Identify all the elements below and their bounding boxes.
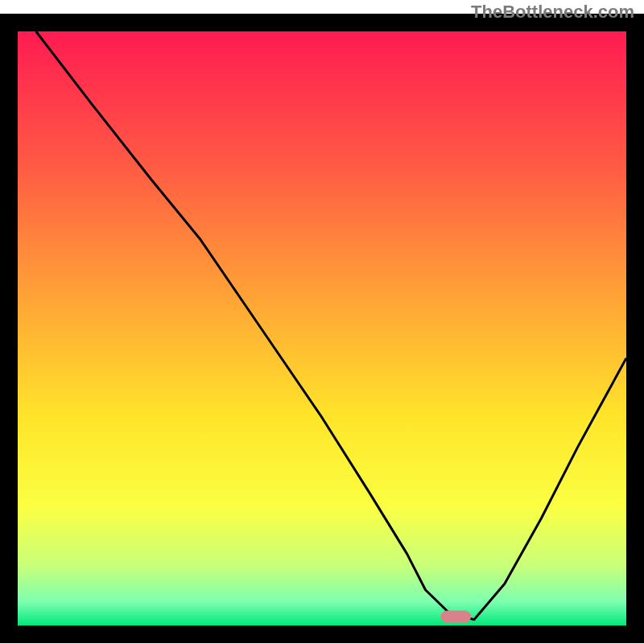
plot-background xyxy=(18,31,626,625)
bottleneck-chart xyxy=(0,0,644,644)
watermark-text: TheBottleneck.com xyxy=(471,2,634,23)
optimum-marker xyxy=(440,611,471,623)
